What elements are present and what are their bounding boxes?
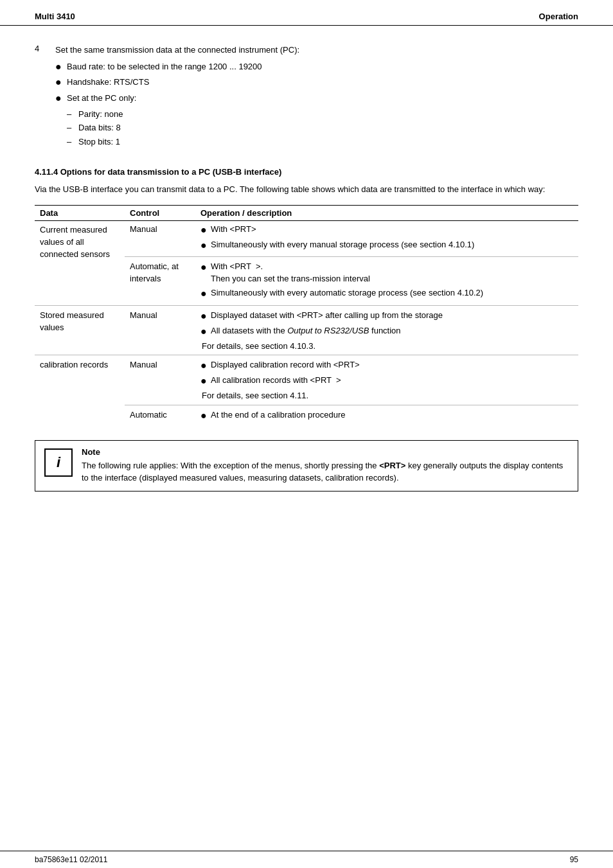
note-title: Note	[82, 447, 569, 457]
table-bullet-item: ● Displayed dataset with <PRT> after cal…	[200, 310, 573, 323]
info-icon: i	[44, 448, 73, 477]
bullet-icon: ●	[200, 239, 211, 252]
table-row: Current measured values of all connected…	[35, 220, 578, 257]
table-bullet-item: ● Displayed calibration record with <PRT…	[200, 359, 573, 373]
bullet-icon: ●	[55, 60, 67, 74]
bullet-text: With <PRT>	[211, 224, 573, 236]
note-content: Note The following rule applies: With th…	[82, 447, 569, 484]
data-cell: calibration records	[35, 355, 125, 427]
sub-bullet-list: Parity: none Data bits: 8 Stop bits: 1	[67, 108, 578, 148]
operation-cell: ● Displayed calibration record with <PRT…	[195, 355, 578, 405]
bullet-text: With <PRT >.Then you can set the trans-m…	[211, 261, 573, 285]
table-bullet-item: ● At the end of a calibration procedure	[200, 409, 573, 423]
footer-left: ba75863e11 02/2011	[35, 855, 107, 864]
data-cell: Stored measured values	[35, 305, 125, 355]
footer-page-number: 95	[570, 855, 578, 864]
control-cell: Manual	[125, 305, 195, 355]
bullet-text: Set at the PC only:	[67, 92, 136, 105]
bullet-text: All calibration records with <PRT >	[211, 375, 573, 387]
table-header-row: Data Control Operation / description	[35, 205, 578, 220]
bullet-text: Displayed calibration record with <PRT>	[211, 359, 573, 371]
col-header-operation: Operation / description	[195, 205, 578, 220]
step-content: Set the same transmission data at the co…	[55, 44, 578, 149]
list-item: ● Set at the PC only:	[55, 92, 578, 105]
table-bullet-item: ● Simultaneously with every automatic st…	[200, 287, 573, 301]
header-title-left: Multi 3410	[35, 12, 75, 21]
sub-bullet-text: Parity: none	[78, 108, 123, 121]
data-table: Data Control Operation / description Cur…	[35, 205, 578, 427]
step-4-block: 4 Set the same transmission data at the …	[35, 44, 578, 149]
bullet-icon: ●	[200, 409, 211, 423]
bullet-icon: ●	[55, 92, 67, 105]
data-cell: Current measured values of all connected…	[35, 220, 125, 305]
detail-text: For details, see section 4.10.3.	[200, 341, 573, 353]
table-row: Stored measured values Manual ● Displaye…	[35, 305, 578, 355]
detail-text: For details, see section 4.11.	[200, 390, 573, 402]
bullet-text: Displayed dataset with <PRT> after calli…	[211, 310, 573, 322]
bullet-icon: ●	[55, 76, 67, 89]
control-cell: Manual	[125, 220, 195, 257]
bullet-text: Handshake: RTS/CTS	[67, 76, 149, 89]
header-title-right: Operation	[539, 12, 578, 21]
operation-cell: ● With <PRT >.Then you can set the trans…	[195, 257, 578, 305]
bullet-icon: ●	[200, 287, 211, 301]
control-cell: Automatic, at intervals	[125, 257, 195, 305]
list-item: Stop bits: 1	[67, 136, 578, 148]
operation-cell: ● With <PRT> ● Simultaneously with every…	[195, 220, 578, 257]
table-bullet-item: ● With <PRT >.Then you can set the trans…	[200, 261, 573, 285]
list-item: Parity: none	[67, 108, 578, 121]
note-text: The following rule applies: With the exc…	[82, 459, 569, 484]
list-item: Data bits: 8	[67, 121, 578, 134]
page-footer: ba75863e11 02/2011 95	[0, 851, 613, 868]
table-bullet-item: ● All datasets with the Output to RS232/…	[200, 325, 573, 339]
list-item: ● Handshake: RTS/CTS	[55, 76, 578, 89]
section-intro: Via the USB-B interface you can transmit…	[35, 183, 578, 196]
table-bullet-item: ● Simultaneously with every manual stora…	[200, 239, 573, 252]
control-cell: Automatic	[125, 405, 195, 427]
table-bullet-item: ● With <PRT>	[200, 224, 573, 237]
page-header: Multi 3410 Operation	[0, 0, 613, 26]
table-bullet-item: ● All calibration records with <PRT >	[200, 375, 573, 388]
info-icon-letter: i	[57, 454, 60, 471]
bullet-icon: ●	[200, 375, 211, 388]
bullet-icon: ●	[200, 325, 211, 339]
bullet-text: Simultaneously with every automatic stor…	[211, 287, 573, 299]
operation-cell: ● Displayed dataset with <PRT> after cal…	[195, 305, 578, 355]
col-header-data: Data	[35, 205, 125, 220]
control-cell: Manual	[125, 355, 195, 405]
bullet-text: Simultaneously with every manual storage…	[211, 239, 573, 251]
bullet-icon: ●	[200, 261, 211, 274]
step-intro: Set the same transmission data at the co…	[55, 44, 578, 57]
list-item: ● Baud rate: to be selected in the range…	[55, 60, 578, 74]
bullet-icon: ●	[200, 224, 211, 237]
table-row: calibration records Manual ● Displayed c…	[35, 355, 578, 405]
page-content: 4 Set the same transmission data at the …	[0, 26, 613, 509]
sub-bullet-text: Stop bits: 1	[78, 136, 120, 148]
sub-bullet-text: Data bits: 8	[78, 121, 121, 134]
bullet-text: All datasets with the Output to RS232/US…	[211, 325, 573, 337]
step-bullet-list: ● Baud rate: to be selected in the range…	[55, 60, 578, 105]
section-title: 4.11.4 Options for data transmission to …	[35, 167, 578, 177]
page: Multi 3410 Operation 4 Set the same tran…	[0, 0, 613, 868]
step-number: 4	[35, 44, 55, 53]
bullet-text: At the end of a calibration procedure	[211, 409, 573, 421]
note-box: i Note The following rule applies: With …	[35, 440, 578, 492]
bullet-icon: ●	[200, 310, 211, 323]
operation-cell: ● At the end of a calibration procedure	[195, 405, 578, 427]
bullet-icon: ●	[200, 359, 211, 373]
bullet-text: Baud rate: to be selected in the range 1…	[67, 60, 262, 73]
col-header-control: Control	[125, 205, 195, 220]
